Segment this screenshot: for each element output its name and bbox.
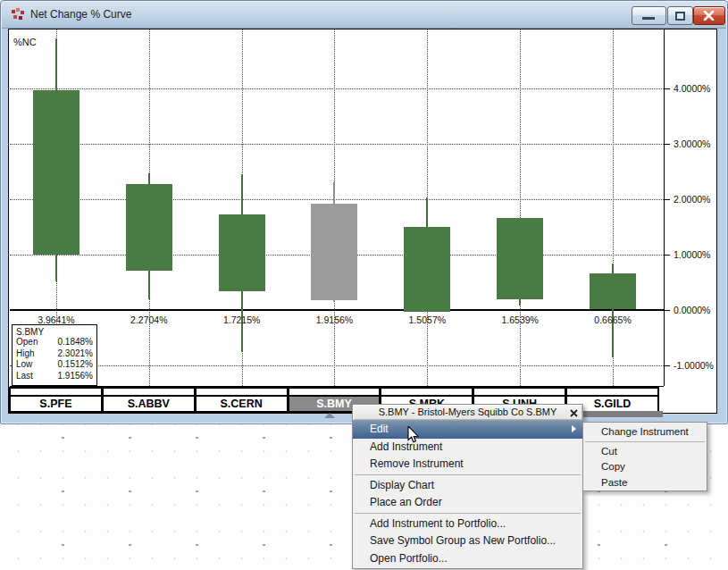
y-axis-tick [665, 144, 670, 145]
net-change-value-label: 1.9156% [298, 314, 370, 325]
candle-lower-wick [519, 299, 521, 306]
menu-item-place-an-order[interactable]: Place an Order [353, 494, 582, 512]
tab-label: S.ABBV [102, 395, 196, 413]
minimize-icon [642, 17, 655, 20]
screen: Net Change % Curve %NC 4.0000%3.0000%2.0… [0, 0, 728, 570]
candle-body-S.UNH[interactable] [497, 218, 543, 299]
candle-upper-wick [55, 38, 57, 90]
candle-body-S.CERN[interactable] [219, 214, 265, 291]
net-change-value-label: 1.5057% [391, 314, 463, 325]
candle-upper-wick [426, 197, 428, 227]
tooltip-symbol: S.BMY [13, 325, 96, 337]
h-gridline [10, 88, 664, 89]
y-axis-tick [665, 310, 670, 311]
tooltip-last-row: Last1.9156% [13, 371, 96, 382]
context-menu-header: S.BMY - Bristol-Myers Squibb Co S.BMY [353, 405, 582, 421]
mouse-cursor [407, 426, 420, 444]
context-menu: S.BMY - Bristol-Myers Squibb Co S.BMY Ed… [352, 404, 583, 569]
submenu-item-cut[interactable]: Cut [583, 444, 707, 460]
tab-S.CERN[interactable]: S.CERN [195, 387, 289, 412]
h-gridline [10, 199, 664, 200]
menu-shadow [570, 411, 663, 417]
y-axis-label: 4.0000% [674, 83, 710, 94]
menu-item-edit[interactable]: Edit [353, 421, 582, 439]
submenu-item-copy[interactable]: Copy [583, 459, 707, 475]
tooltip-low-row: Low0.1512% [13, 359, 96, 371]
submenu-item-paste[interactable]: Paste [583, 475, 707, 491]
title-bar[interactable]: Net Change % Curve [2, 2, 726, 29]
close-icon [703, 11, 715, 21]
candle-lower-wick [148, 271, 150, 299]
edit-submenu: Change InstrumentCutCopyPaste [582, 422, 707, 491]
candle-upper-wick [148, 173, 150, 184]
close-button[interactable] [693, 6, 725, 25]
submenu-arrow-icon [572, 425, 576, 432]
y-axis-tick [665, 365, 670, 366]
close-x-icon [570, 409, 578, 417]
chart-panel[interactable] [8, 29, 717, 414]
tooltip-high-row: High2.3021% [13, 348, 96, 360]
menu-item-add-instrument[interactable]: Add Instrument [353, 439, 582, 457]
h-gridline [10, 365, 664, 366]
y-axis-label: 2.0000% [674, 194, 710, 205]
net-change-value-label: 1.7215% [206, 314, 278, 325]
tab-label: S.CERN [195, 395, 289, 413]
menu-item-save-symbol-group-as-new-portfolio[interactable]: Save Symbol Group as New Portfolio... [353, 532, 582, 550]
zero-axis-line [10, 309, 664, 311]
net-change-value-label: 2.2704% [113, 314, 185, 325]
menu-separator [355, 513, 581, 514]
menu-item-remove-instrument[interactable]: Remove Instrument [353, 456, 582, 474]
y-axis-tick [665, 199, 670, 200]
plot-right-border [664, 29, 665, 386]
net-change-value-label: 0.6665% [577, 314, 649, 325]
menu-separator [355, 474, 581, 475]
tab-label: S.PFE [9, 395, 103, 413]
candle-upper-wick [241, 174, 243, 214]
candle-body-S.ABBV[interactable] [126, 184, 172, 271]
net-change-value-label: 1.6539% [484, 314, 556, 325]
y-axis-label: 0.0000% [674, 305, 710, 315]
menu-item-display-chart[interactable]: Display Chart [353, 477, 582, 495]
candle-body-S.PFE[interactable] [33, 90, 79, 255]
v-gridline [520, 29, 521, 386]
submenu-separator [585, 441, 705, 442]
minimize-button[interactable] [632, 6, 666, 25]
tab-S.ABBV[interactable]: S.ABBV [102, 387, 196, 412]
candle-body-S.BMY[interactable] [311, 204, 357, 299]
app-icon [12, 8, 24, 21]
candle-upper-wick [333, 182, 335, 204]
data-window-tooltip: S.BMY Open0.1848% High2.3021% Low0.1512%… [12, 324, 97, 386]
splitter-arrow-icon[interactable] [324, 413, 335, 418]
menu-item-add-instrument-to-portfolio[interactable]: Add Instrument to Portfolio... [353, 516, 582, 533]
net-change-window: Net Change % Curve %NC 4.0000%3.0000%2.0… [0, 0, 728, 424]
y-axis-tick [665, 88, 670, 89]
candle-upper-wick [612, 264, 614, 273]
submenu-item-change-instrument[interactable]: Change Instrument [583, 424, 707, 440]
context-menu-close-button[interactable] [567, 407, 580, 418]
restore-icon [675, 12, 685, 21]
window-title: Net Change % Curve [30, 8, 131, 21]
chart-corner-label: %NC [13, 37, 37, 47]
y-axis-label: 1.0000% [674, 249, 710, 260]
y-axis-tick [665, 255, 670, 256]
h-gridline [10, 144, 664, 145]
candle-lower-wick [333, 300, 335, 302]
candle-body-S.GILD[interactable] [590, 273, 636, 310]
restore-button[interactable] [667, 6, 693, 25]
tooltip-open-row: Open0.1848% [13, 337, 96, 348]
y-axis-label: 3.0000% [674, 138, 710, 149]
menu-item-open-portfolio[interactable]: Open Portfolio... [353, 550, 582, 568]
tab-S.PFE[interactable]: S.PFE [9, 387, 103, 412]
y-axis-label: -1.0000% [674, 360, 714, 371]
context-menu-title: S.BMY - Bristol-Myers Squibb Co S.BMY [379, 407, 557, 417]
candle-body-S.MRK[interactable] [404, 227, 450, 312]
candle-lower-wick [55, 255, 57, 281]
